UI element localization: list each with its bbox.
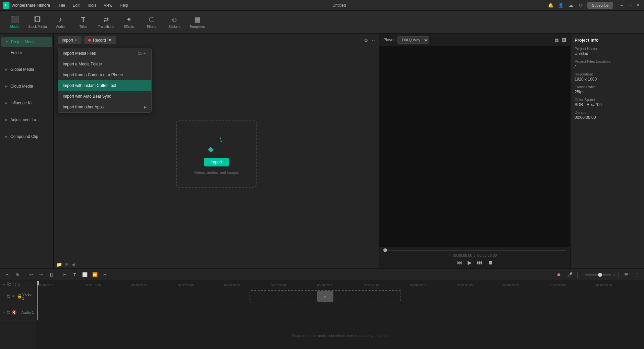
tl-record-icon[interactable]: ⏺ (555, 270, 564, 279)
menu-help[interactable]: Help (116, 2, 131, 9)
link-icon[interactable]: ⛓ (7, 282, 11, 287)
toolbar-media[interactable]: ⬛ Media (4, 12, 25, 32)
progress-track[interactable] (383, 250, 566, 251)
menu-file[interactable]: File (55, 2, 68, 9)
project-field-colorspace: Color Space: SDR - Rec.709 (575, 98, 640, 107)
menu-edit[interactable]: Edit (69, 2, 83, 9)
player-stop-button[interactable]: ⏹ (488, 260, 493, 266)
dropdown-import-camera-phone[interactable]: Import from a Camera or a Phone (58, 69, 151, 80)
sidebar-item-project-media[interactable]: ▼ Project Media (1, 37, 52, 47)
tl-tool-text[interactable]: T (70, 270, 79, 279)
dropdown-import-instant-cutter[interactable]: Import with Instant Cutter Tool (58, 80, 151, 91)
sidebar-project-media-label: Project Media (11, 40, 36, 44)
zoom-out-icon[interactable]: − (581, 272, 583, 278)
add-track-icon[interactable]: + (3, 282, 5, 287)
tl-tool-cut[interactable]: ✂ (60, 270, 69, 279)
screenshot-icon[interactable]: 🖼 (561, 37, 566, 43)
tl-tool-delete[interactable]: 🗑 (47, 270, 55, 279)
toolbar-transitions[interactable]: ⇄ Transitions (95, 12, 117, 32)
maximize-button[interactable]: ▭ (627, 2, 633, 9)
tl-list-icon[interactable]: ☰ (622, 270, 631, 279)
subscribe-button[interactable]: Subscribe (587, 2, 613, 9)
toolbar-stickers[interactable]: ☺ Stickers (164, 12, 185, 32)
more-options-icon[interactable]: ⋯ (370, 38, 375, 43)
player-skip-forward-button[interactable]: ⏭ (477, 260, 482, 266)
toolbar-audio[interactable]: ♪ Audio (50, 12, 71, 32)
toolbar-effects[interactable]: ✦ Effects (118, 12, 140, 32)
tick-1: 00:00:10:00 (85, 284, 131, 287)
timeline-ruler[interactable]: 00:00:05:00 00:00:10:00 00:00:15:00 00:0… (37, 281, 644, 288)
track-audio1-mute-icon[interactable]: 🔇 (12, 310, 17, 315)
progress-thumb[interactable] (383, 248, 387, 252)
dropdown-import-other-apps[interactable]: Import from other Apps ▶ (58, 102, 151, 112)
zoom-slider-thumb (598, 273, 602, 277)
menu-tools[interactable]: Tools (84, 2, 100, 9)
timeline-toolbar: ✂ ⊕ ↩ ↪ 🗑 ✂ T ⬜ ⏩ ✂ ⏺ 🎤 − + ☰ ⋮ (0, 269, 644, 281)
sidebar-item-cloud-media[interactable]: ▶ Cloud Media (1, 81, 52, 91)
toolbar-filters[interactable]: ⬡ Filters (141, 12, 162, 32)
track-video1-lock-icon[interactable]: 🔓 (17, 294, 22, 299)
sidebar-item-adjustment[interactable]: ▶ Adjustment La... (1, 115, 52, 125)
timeline-video-row[interactable]: ▶ (37, 288, 644, 304)
sidebar-item-compound-clip[interactable]: ▶ Compound Clip (1, 132, 52, 142)
sidebar-adjustment-label: Adjustment La... (10, 117, 40, 122)
tl-tool-audio-adjust[interactable]: ✂ (101, 270, 109, 279)
sidebar-influence-label: Influence Kit (10, 101, 33, 105)
track-audio1-add-icon[interactable]: + (3, 310, 5, 315)
sidebar-section-compound: ▶ Compound Clip (0, 128, 53, 145)
close-button[interactable]: ✕ (635, 2, 641, 9)
toolbar-titles[interactable]: T Titles (72, 12, 94, 32)
import-auto-beat-sync-label: Import with Auto Beat Sync (63, 94, 111, 99)
account-icon[interactable]: 👤 (557, 2, 565, 9)
track-audio1-link-icon[interactable]: ⛓ (6, 310, 10, 315)
tl-tool-speed[interactable]: ⏩ (91, 270, 99, 279)
grid-layout-icon[interactable]: ▦ (554, 37, 559, 43)
tl-mic-icon[interactable]: 🎤 (566, 270, 574, 279)
track-video1-link-icon[interactable]: ⛓ (6, 294, 10, 299)
drop-zone[interactable]: ↓ ◆ Import Videos, audios, and images (176, 120, 257, 188)
menu-view[interactable]: View (100, 2, 116, 9)
media-panel: Import ▼ Record ▼ ⚙ ⋯ Import Media Files… (54, 34, 379, 268)
add-folder-icon[interactable]: 📁 (56, 262, 62, 267)
sidebar-item-folder[interactable]: Folder (1, 48, 52, 58)
import-button[interactable]: Import ▼ (58, 36, 82, 44)
track-video1-add-icon[interactable]: + (3, 294, 5, 299)
group-icon[interactable]: ⬡ (12, 282, 16, 287)
dropdown-import-media-files[interactable]: Import Media Files Ctrl+I (58, 48, 151, 59)
tl-tool-split[interactable]: ✂ (3, 270, 11, 279)
tl-separator-1 (24, 272, 24, 278)
player-panel: Player Full Quality ▦ 🖼 00:00:00:00 / 00… (379, 34, 570, 268)
timeline-audio-row[interactable] (37, 304, 644, 320)
audio-track-icon[interactable]: ♫ (17, 282, 21, 287)
record-button[interactable]: Record ▼ (84, 36, 116, 44)
project-resolution-label: Resolution: (575, 72, 640, 76)
track-video1-visibility-icon[interactable]: 👁 (12, 294, 16, 299)
toolbar-templates[interactable]: ▦ Templates (186, 12, 208, 32)
settings-icon[interactable]: ⚙ (577, 2, 585, 9)
sidebar-item-global-media[interactable]: ▶ Global Media (1, 64, 52, 74)
chevron-right-icon-3: ▶ (5, 101, 8, 105)
filter-icon[interactable]: ⚙ (364, 38, 368, 43)
zoom-in-icon[interactable]: + (613, 272, 615, 278)
cloud-icon[interactable]: ☁ (567, 2, 575, 9)
minimize-button[interactable]: ─ (619, 2, 625, 9)
quality-select[interactable]: Full Quality (397, 36, 429, 44)
player-play-button[interactable]: ▶ (468, 259, 472, 266)
player-skip-back-button[interactable]: ⏮ (457, 260, 462, 266)
dropdown-import-auto-beat-sync[interactable]: Import with Auto Beat Sync (58, 91, 151, 102)
tl-tool-undo[interactable]: ↩ (26, 270, 35, 279)
sidebar-item-influence-kit[interactable]: ▶ Influence Kit (1, 98, 52, 108)
toolbar-stock-media[interactable]: 🎞 Stock Media (27, 12, 48, 32)
tl-tool-magnet[interactable]: ⊕ (13, 270, 21, 279)
zoom-slider[interactable] (585, 274, 611, 276)
tl-tool-crop[interactable]: ⬜ (80, 270, 89, 279)
tl-more-icon[interactable]: ⋮ (633, 270, 641, 279)
playhead-handle[interactable] (37, 281, 39, 285)
tl-tool-redo[interactable]: ↪ (37, 270, 45, 279)
grid-view-icon[interactable]: ⊞ (65, 262, 69, 267)
collapse-icon[interactable]: ◀ (71, 262, 75, 267)
dropdown-import-media-folder[interactable]: Import a Media Folder (58, 59, 151, 69)
import-media-button[interactable]: Import (204, 158, 229, 166)
player-progress-bar[interactable] (383, 250, 566, 251)
notification-icon[interactable]: 🔔 (547, 2, 554, 9)
